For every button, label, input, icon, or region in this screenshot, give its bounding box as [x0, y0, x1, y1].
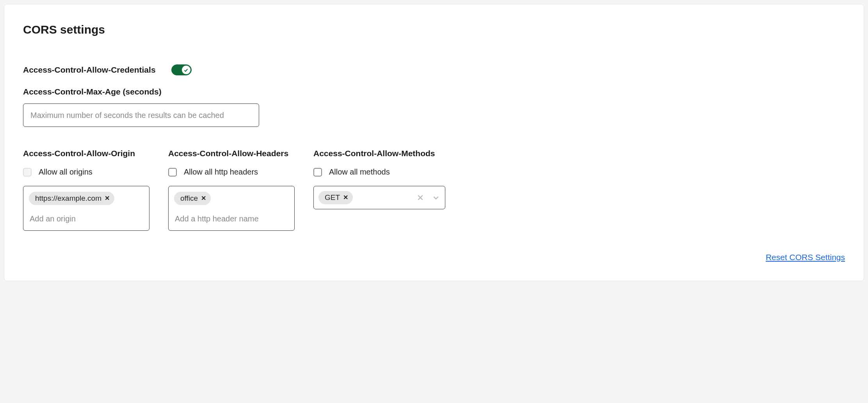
origin-add-input[interactable]	[29, 212, 144, 226]
cors-columns: Access-Control-Allow-Origin Allow all or…	[23, 149, 845, 231]
headers-tag: office ✕	[174, 192, 211, 205]
max-age-section: Access-Control-Max-Age (seconds)	[23, 87, 845, 127]
methods-allow-all-checkbox[interactable]	[313, 168, 322, 177]
origin-tag: https://example.com ✕	[29, 192, 114, 205]
headers-tags: office ✕	[174, 192, 289, 205]
toggle-knob	[182, 66, 190, 74]
origin-label: Access-Control-Allow-Origin	[23, 149, 149, 158]
max-age-input[interactable]	[23, 103, 259, 127]
origin-allow-all-checkbox	[23, 168, 32, 177]
methods-allow-all-label: Allow all methods	[329, 168, 390, 177]
reset-cors-link[interactable]: Reset CORS Settings	[766, 253, 845, 262]
tag-label: GET	[325, 193, 340, 202]
close-icon[interactable]: ✕	[105, 195, 110, 202]
chevron-down-icon	[432, 194, 439, 201]
headers-label: Access-Control-Allow-Headers	[168, 149, 295, 158]
headers-allow-all-label: Allow all http headers	[184, 168, 258, 177]
origin-tag-box[interactable]: https://example.com ✕	[23, 186, 149, 231]
close-icon[interactable]: ✕	[343, 194, 348, 201]
page-title: CORS settings	[23, 23, 845, 36]
credentials-toggle[interactable]	[171, 64, 192, 75]
origin-allow-all-row: Allow all origins	[23, 168, 149, 177]
methods-allow-all-row: Allow all methods	[313, 168, 445, 177]
headers-column: Access-Control-Allow-Headers Allow all h…	[168, 149, 295, 231]
methods-dropdown-button[interactable]	[429, 193, 440, 203]
methods-clear-button[interactable]	[415, 193, 425, 203]
methods-tag: GET ✕	[318, 191, 353, 204]
origin-allow-all-label: Allow all origins	[39, 168, 92, 177]
tag-label: office	[180, 194, 198, 203]
methods-label: Access-Control-Allow-Methods	[313, 149, 445, 158]
check-icon	[183, 68, 189, 73]
credentials-row: Access-Control-Allow-Credentials	[23, 64, 845, 75]
cors-settings-card: CORS settings Access-Control-Allow-Crede…	[4, 4, 864, 281]
close-icon	[417, 194, 424, 201]
methods-column: Access-Control-Allow-Methods Allow all m…	[313, 149, 445, 209]
headers-add-input[interactable]	[174, 212, 289, 226]
headers-allow-all-row: Allow all http headers	[168, 168, 295, 177]
credentials-label: Access-Control-Allow-Credentials	[23, 65, 156, 75]
methods-select[interactable]: GET ✕	[313, 186, 445, 209]
max-age-label: Access-Control-Max-Age (seconds)	[23, 87, 845, 96]
origin-tags: https://example.com ✕	[29, 192, 144, 205]
headers-tag-box[interactable]: office ✕	[168, 186, 295, 231]
origin-column: Access-Control-Allow-Origin Allow all or…	[23, 149, 149, 231]
headers-allow-all-checkbox[interactable]	[168, 168, 177, 177]
close-icon[interactable]: ✕	[201, 195, 206, 202]
tag-label: https://example.com	[35, 194, 101, 203]
